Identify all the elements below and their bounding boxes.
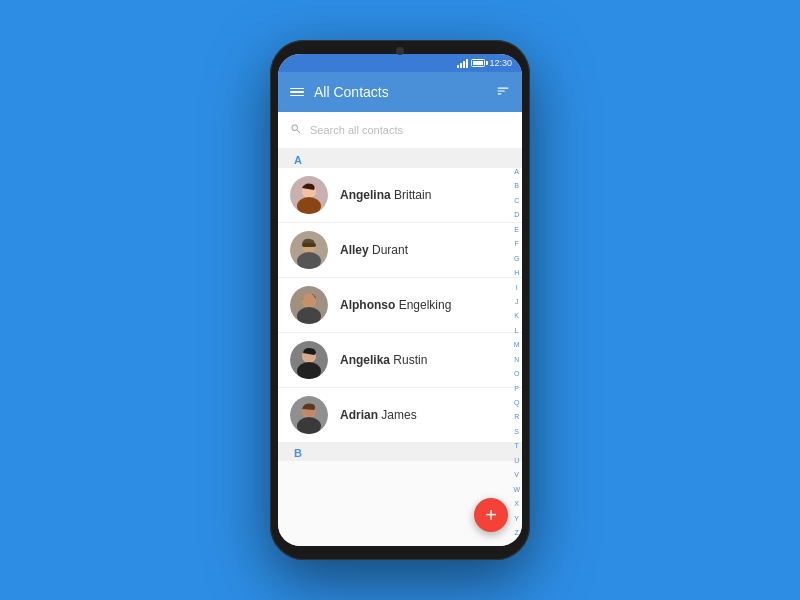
alpha-n[interactable]: N bbox=[514, 356, 519, 363]
section-label-a: A bbox=[278, 148, 522, 168]
alpha-b[interactable]: B bbox=[514, 182, 519, 189]
alpha-y[interactable]: Y bbox=[514, 515, 519, 522]
alpha-g[interactable]: G bbox=[514, 255, 519, 262]
phone-shell: 12:30 All Contacts Search all bbox=[270, 40, 530, 560]
app-bar: All Contacts bbox=[278, 72, 522, 112]
search-placeholder: Search all contacts bbox=[310, 124, 403, 136]
list-item[interactable]: Angelika Rustin bbox=[278, 333, 522, 388]
list-item[interactable]: Alphonso Engelking bbox=[278, 278, 522, 333]
alpha-e[interactable]: E bbox=[514, 226, 519, 233]
contacts-list: A Angelina Brittain bbox=[278, 148, 522, 546]
contact-name: Adrian James bbox=[340, 408, 417, 422]
alpha-a[interactable]: A bbox=[514, 168, 519, 175]
search-bar[interactable]: Search all contacts bbox=[278, 112, 522, 148]
phone-screen: 12:30 All Contacts Search all bbox=[278, 54, 522, 546]
contact-name: Alley Durant bbox=[340, 243, 408, 257]
alpha-t[interactable]: T bbox=[515, 442, 519, 449]
contact-name: Angelina Brittain bbox=[340, 188, 431, 202]
alpha-f[interactable]: F bbox=[515, 240, 519, 247]
alpha-j[interactable]: J bbox=[515, 298, 519, 305]
alpha-p[interactable]: P bbox=[514, 385, 519, 392]
app-bar-title: All Contacts bbox=[314, 84, 486, 100]
svg-point-11 bbox=[303, 294, 316, 307]
section-label-b: B bbox=[278, 443, 522, 461]
alpha-v[interactable]: V bbox=[514, 471, 519, 478]
fab-add-contact[interactable]: + bbox=[474, 498, 508, 532]
list-item[interactable]: Angelina Brittain bbox=[278, 168, 522, 223]
status-bar: 12:30 bbox=[278, 54, 522, 72]
phone-camera bbox=[396, 47, 404, 55]
battery-icon bbox=[471, 59, 485, 67]
search-icon bbox=[290, 123, 302, 138]
avatar bbox=[290, 231, 328, 269]
alpha-i[interactable]: I bbox=[516, 284, 518, 291]
alpha-w[interactable]: W bbox=[513, 486, 520, 493]
alphabet-index[interactable]: A B C D E F G H I J K L M N O P Q R S T bbox=[513, 168, 520, 536]
menu-icon[interactable] bbox=[290, 88, 304, 97]
alpha-q[interactable]: Q bbox=[514, 399, 519, 406]
svg-rect-7 bbox=[302, 243, 316, 247]
alpha-r[interactable]: R bbox=[514, 413, 519, 420]
signal-icon bbox=[457, 59, 468, 68]
alpha-m[interactable]: M bbox=[514, 341, 520, 348]
alpha-l[interactable]: L bbox=[515, 327, 519, 334]
avatar bbox=[290, 341, 328, 379]
filter-icon[interactable] bbox=[496, 84, 510, 101]
contact-name: Angelika Rustin bbox=[340, 353, 427, 367]
alpha-c[interactable]: C bbox=[514, 197, 519, 204]
list-item[interactable]: Alley Durant bbox=[278, 223, 522, 278]
alpha-k[interactable]: K bbox=[514, 312, 519, 319]
alpha-x[interactable]: X bbox=[514, 500, 519, 507]
avatar bbox=[290, 176, 328, 214]
alpha-z[interactable]: Z bbox=[515, 529, 519, 536]
status-time: 12:30 bbox=[489, 58, 512, 68]
alpha-s[interactable]: S bbox=[514, 428, 519, 435]
alpha-d[interactable]: D bbox=[514, 211, 519, 218]
list-item[interactable]: Adrian James bbox=[278, 388, 522, 443]
alpha-h[interactable]: H bbox=[514, 269, 519, 276]
avatar bbox=[290, 396, 328, 434]
contact-name: Alphonso Engelking bbox=[340, 298, 451, 312]
alpha-u[interactable]: U bbox=[514, 457, 519, 464]
status-icons bbox=[457, 59, 485, 68]
alpha-o[interactable]: O bbox=[514, 370, 519, 377]
avatar bbox=[290, 286, 328, 324]
